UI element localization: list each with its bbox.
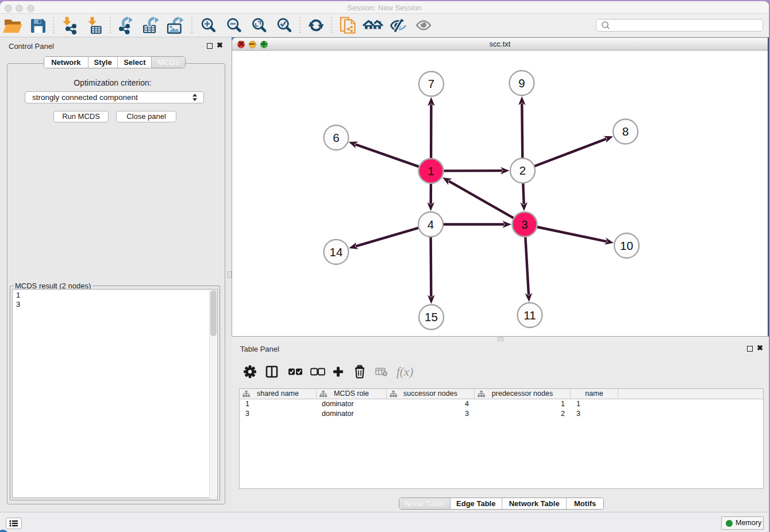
- svg-text:7: 7: [428, 77, 434, 90]
- svg-text:14: 14: [330, 245, 343, 259]
- svg-text:11: 11: [523, 309, 536, 322]
- svg-text:15: 15: [425, 310, 438, 323]
- svg-text:3: 3: [521, 218, 528, 231]
- svg-text:10: 10: [620, 239, 633, 252]
- svg-text:1: 1: [428, 164, 434, 178]
- svg-text:f(x): f(x): [396, 365, 413, 379]
- svg-text:8: 8: [622, 125, 629, 138]
- svg-text:2: 2: [519, 164, 526, 177]
- svg-text:4: 4: [428, 218, 434, 231]
- svg-text:6: 6: [333, 131, 339, 144]
- svg-text:9: 9: [518, 76, 525, 90]
